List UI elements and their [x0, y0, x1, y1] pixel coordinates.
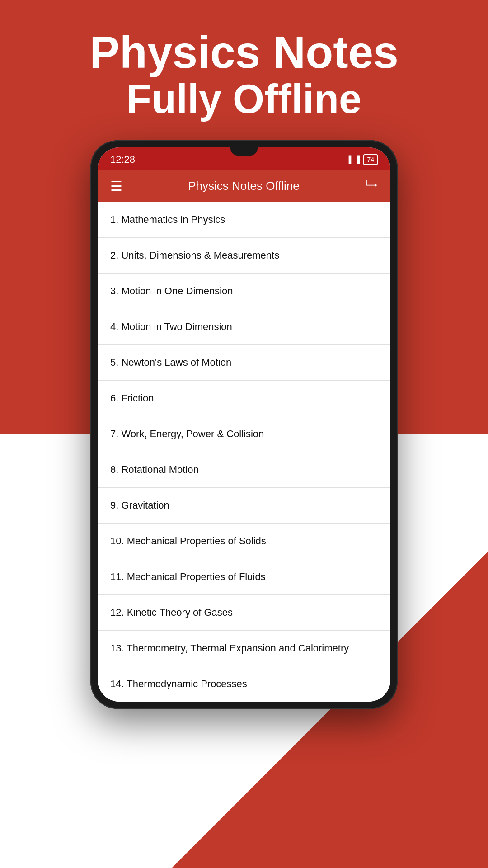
signal-icon-1: ▐ — [346, 156, 351, 164]
hero-title-line1: Physics Notes — [0, 27, 488, 77]
app-bar: ☰ Physics Notes Offline ⮡ — [98, 170, 390, 202]
chapter-item[interactable]: 10. Mechanical Properties of Solids — [98, 524, 390, 559]
status-bar: 12:28 ▐ ▐ 74 — [98, 147, 390, 170]
chapter-item[interactable]: 9. Gravitation — [98, 488, 390, 524]
hero-section: Physics Notes Fully Offline — [0, 27, 488, 122]
chapter-item[interactable]: 8. Rotational Motion — [98, 452, 390, 488]
share-icon[interactable]: ⮡ — [365, 179, 378, 193]
phone-mockup: 12:28 ▐ ▐ 74 ☰ Physics Notes Offline ⮡ 1… — [90, 140, 398, 709]
hero-title-line2: Fully Offline — [0, 77, 488, 122]
chapter-item[interactable]: 3. Motion in One Dimension — [98, 274, 390, 309]
chapter-item[interactable]: 4. Motion in Two Dimension — [98, 309, 390, 345]
status-time: 12:28 — [110, 154, 135, 165]
chapter-item[interactable]: 11. Mechanical Properties of Fluids — [98, 559, 390, 595]
app-bar-title: Physics Notes Offline — [188, 179, 300, 193]
chapter-item[interactable]: 13. Thermometry, Thermal Expansion and C… — [98, 631, 390, 666]
phone-body: 12:28 ▐ ▐ 74 ☰ Physics Notes Offline ⮡ 1… — [90, 140, 398, 709]
chapter-item[interactable]: 5. Newton's Laws of Motion — [98, 345, 390, 381]
chapter-item[interactable]: 7. Work, Energy, Power & Collision — [98, 416, 390, 452]
signal-icon-2: ▐ — [355, 156, 360, 164]
battery-icon: 74 — [363, 154, 378, 165]
chapter-list: 1. Mathematics in Physics2. Units, Dimen… — [98, 202, 390, 702]
status-icons: ▐ ▐ 74 — [346, 154, 378, 165]
menu-icon[interactable]: ☰ — [110, 178, 122, 194]
camera-notch — [230, 147, 258, 156]
chapter-item[interactable]: 14. Thermodynamic Processes — [98, 666, 390, 702]
chapter-item[interactable]: 6. Friction — [98, 381, 390, 416]
phone-screen: 12:28 ▐ ▐ 74 ☰ Physics Notes Offline ⮡ 1… — [98, 147, 390, 702]
chapter-item[interactable]: 1. Mathematics in Physics — [98, 202, 390, 238]
chapter-item[interactable]: 12. Kinetic Theory of Gases — [98, 595, 390, 631]
chapter-item[interactable]: 2. Units, Dimensions & Measurements — [98, 238, 390, 274]
